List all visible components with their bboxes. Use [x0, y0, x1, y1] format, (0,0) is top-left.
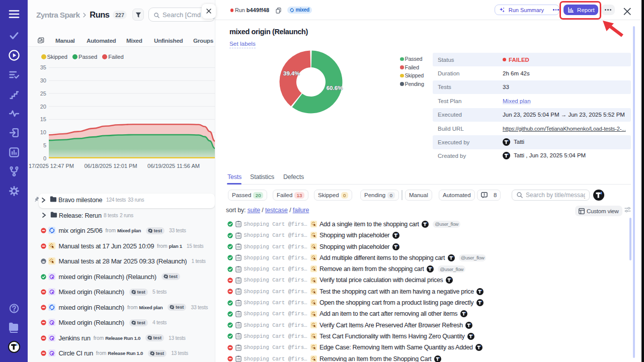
svg-text:20: 20: [40, 104, 46, 110]
svg-text:25: 25: [40, 90, 46, 97]
svg-text:17/2025 12:47 PM: 17/2025 12:47 PM: [29, 163, 74, 169]
svg-text:39.4%: 39.4%: [283, 70, 300, 76]
svg-text:60.6%: 60.6%: [327, 85, 343, 91]
svg-text:30: 30: [40, 77, 46, 83]
svg-text:06/19/2025 11:56 AM: 06/19/2025 11:56 AM: [147, 163, 200, 169]
svg-text:0: 0: [43, 155, 46, 161]
svg-text:5: 5: [43, 142, 46, 148]
svg-text:10: 10: [40, 129, 46, 135]
svg-text:06/18/2025 12:01 PM: 06/18/2025 12:01 PM: [84, 163, 137, 169]
svg-text:35: 35: [40, 64, 46, 70]
svg-text:15: 15: [40, 116, 46, 122]
